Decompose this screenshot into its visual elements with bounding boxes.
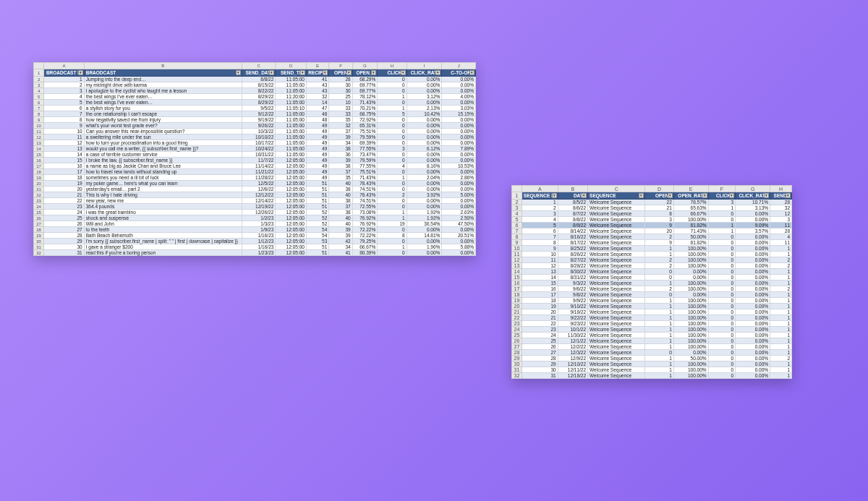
cell[interactable]: 15 [44,158,85,163]
cell[interactable]: 73.08% [352,210,377,215]
col-header-C[interactable]: C [242,63,276,69]
cell[interactable]: 30 [329,82,352,88]
cell[interactable]: 11 [522,257,558,263]
row-header[interactable]: 29 [34,233,44,239]
filter-dropdown-icon[interactable]: ▾ [729,193,734,198]
cell[interactable]: 0 [378,181,407,187]
cell[interactable]: 51 [306,198,328,204]
row-header[interactable]: 24 [34,204,44,210]
cell[interactable]: 38 [329,187,352,192]
row-header[interactable]: 21 [512,309,522,315]
table-row[interactable]: 12118/27/22Welcome Sequence2100.00%00.00… [512,257,792,263]
cell[interactable]: Welcome Sequence [588,344,645,350]
cell[interactable]: 9 [645,223,673,228]
table-row[interactable]: 323112/18/22Welcome Sequence1100.00%00.0… [512,373,792,379]
table-row[interactable]: 2928Bath Beach Behemoth1/16/2312:05:0054… [34,233,476,239]
cell[interactable]: 100.00% [673,309,708,315]
cell[interactable]: 0.00% [407,129,442,134]
cell[interactable]: 0 [378,82,407,88]
cell[interactable]: 9/5/22 [242,106,276,111]
col-header-B[interactable]: B [84,63,242,69]
row-header[interactable]: 15 [34,152,44,158]
table-row[interactable]: 2423364.4 pounds12/19/2212:05:00513772.5… [34,204,476,210]
cell[interactable]: 12:05:00 [276,215,307,221]
cell[interactable]: 1 [770,327,792,333]
cell[interactable]: 76.92% [352,215,377,221]
cell[interactable]: 100.00% [673,327,708,333]
row-header[interactable]: 9 [512,240,522,246]
cell[interactable]: 1 [522,200,558,205]
row-header[interactable]: 31 [512,367,522,373]
cell[interactable]: 1/3/23 [242,221,276,227]
cell[interactable]: 11:05:00 [276,123,307,129]
row-header[interactable]: 4 [34,88,44,94]
cell[interactable]: 1 [645,309,673,315]
cell[interactable]: 0 [708,373,736,379]
col-header-A[interactable]: A [522,186,558,192]
cell[interactable]: 0.00% [442,158,476,163]
cell[interactable]: 0.00% [407,169,442,175]
cell[interactable]: 0.00% [736,344,770,350]
cell[interactable]: 25 [522,338,558,344]
table-row[interactable]: 65the best wings I've ever eaten…8/29/22… [34,100,476,106]
cell[interactable]: 0.00% [673,350,708,356]
cell[interactable]: 9 [645,240,673,246]
data-header-opens[interactable]: OPENS▾ [329,69,352,77]
row-header[interactable]: 17 [34,163,44,169]
cell[interactable]: 52 [306,215,328,221]
cell[interactable]: 18 [522,298,558,304]
corner-cell[interactable] [512,186,522,192]
cell[interactable]: 1 [378,175,407,181]
cell[interactable]: 100.00% [673,281,708,286]
cell[interactable]: 28 [44,233,85,239]
col-header-B[interactable]: B [558,186,587,192]
cell[interactable]: I broke the law, {{ subscriber.first_nam… [84,158,242,163]
cell[interactable]: 8/29/22 [242,100,276,106]
cell[interactable]: 69.39% [352,140,377,146]
cell[interactable]: 19 [44,181,85,187]
cell[interactable]: 73.47% [352,152,377,158]
cell[interactable]: 9/10/22 [558,304,587,309]
row-header[interactable]: 27 [34,221,44,227]
cell[interactable]: 23 [44,204,85,210]
cell[interactable]: 28 [522,356,558,361]
cell[interactable]: 78.57% [673,200,708,205]
cell[interactable]: 0 [708,275,736,281]
cell[interactable]: 0 [708,338,736,344]
cell[interactable]: 2 [770,257,792,263]
table-row[interactable]: 13128/28/22Welcome Sequence2100.00%00.00… [512,263,792,269]
cell[interactable]: 0.00% [736,373,770,379]
row-header[interactable]: 32 [34,250,44,256]
cell[interactable]: 49 [306,152,328,158]
cell[interactable]: 50.00% [673,356,708,361]
table-row[interactable]: 21Jumping into the deep end…8/8/2211:05:… [34,77,476,82]
cell[interactable]: 14 [44,152,85,158]
cell[interactable]: 11/14/22 [242,163,276,169]
cell[interactable]: 0.00% [407,181,442,187]
row-header[interactable]: 11 [34,129,44,134]
col-header-D[interactable]: D [645,186,673,192]
cell[interactable]: 8/8/22 [558,217,587,223]
cell[interactable]: 11:05:00 [276,129,307,134]
cell[interactable]: 12:05:00 [276,204,307,210]
row-header[interactable]: 14 [34,146,44,152]
cell[interactable]: 1 [645,327,673,333]
cell[interactable]: 81.82% [673,223,708,228]
table-row[interactable]: 218/5/22Welcome Sequence2278.57%310.71%2… [512,200,792,205]
cell[interactable]: 0.00% [736,240,770,246]
cell[interactable]: 22 [645,200,673,205]
cell[interactable]: 8/9/22 [558,223,587,228]
cell[interactable]: 29 [44,239,85,244]
cell[interactable]: Welcome Sequence [588,333,645,338]
row-header[interactable]: 17 [512,286,522,292]
cell[interactable]: 100.00% [673,252,708,257]
cell[interactable]: 0 [645,350,673,356]
cell[interactable]: 3.12% [407,94,442,100]
cell[interactable]: 49 [306,158,328,163]
cell[interactable]: 2 [645,234,673,240]
cell[interactable]: 1 [645,373,673,379]
data-header-sends[interactable]: SENDS▾ [770,192,792,200]
row-header[interactable]: 16 [34,158,44,163]
cell[interactable]: my poker game… here's what you can learn [84,181,242,187]
cell[interactable]: Welcome Sequence [588,373,645,379]
